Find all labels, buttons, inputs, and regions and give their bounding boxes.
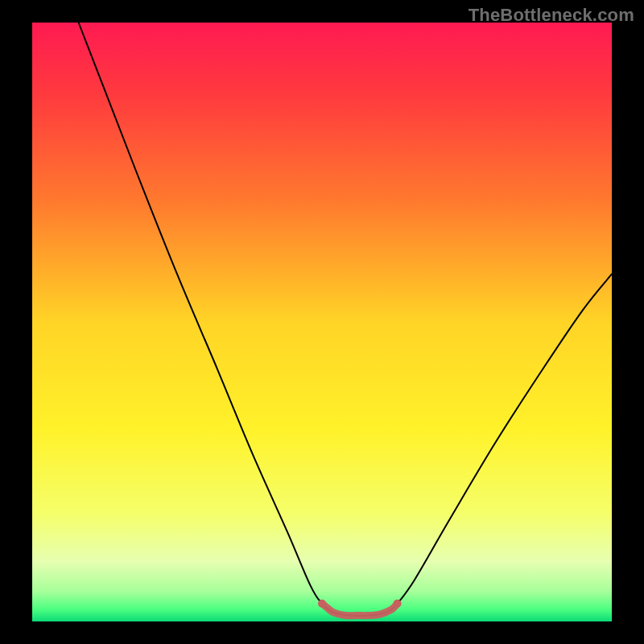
svg-point-3 [394, 600, 402, 608]
chart-container: TheBottleneck.com [0, 0, 644, 644]
svg-rect-1 [32, 23, 612, 621]
bottleneck-chart [0, 0, 644, 644]
watermark-text: TheBottleneck.com [469, 5, 634, 26]
svg-point-2 [318, 600, 326, 608]
